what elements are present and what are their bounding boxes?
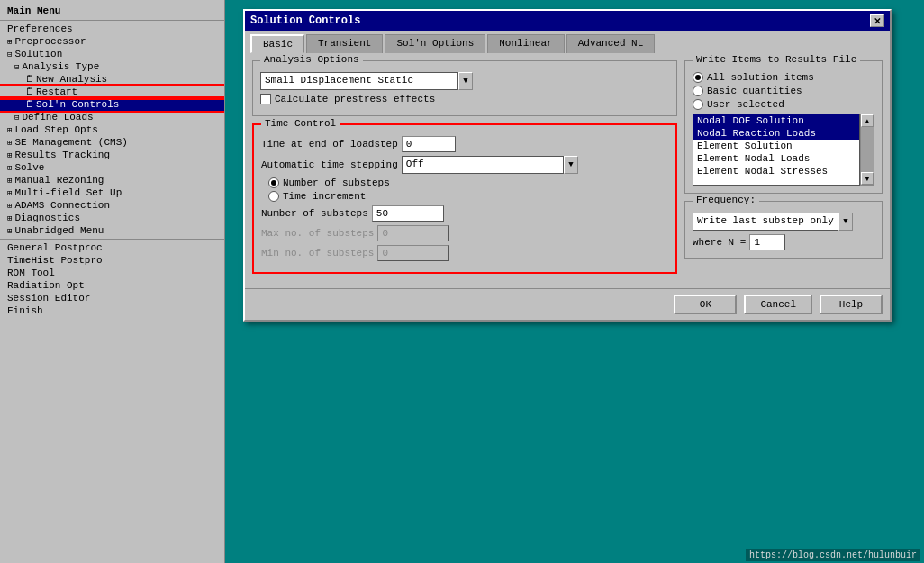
tab-transient[interactable]: Transient [306,34,383,53]
sidebar-item-analysis-type[interactable]: ⊟ Analysis Type [0,60,224,73]
sidebar-item-restart[interactable]: 🗒 Restart [0,86,224,98]
help-button[interactable]: Help [820,295,883,314]
scroll-down-button[interactable]: ▼ [861,172,874,185]
main-content: Main Menu Preferences ⊞ Preprocessor ⊟ S… [0,0,924,563]
sidebar-item-timehist-postpro[interactable]: TimeHist Postpro [0,254,224,267]
radio-all-row[interactable]: All solution items [693,72,874,83]
sidebar-sep-1 [0,20,224,21]
prestress-checkbox[interactable] [260,94,271,104]
radio-substeps-label: Number of substeps [283,177,390,188]
radio-basic-row[interactable]: Basic quantities [693,86,874,96]
load-step-label: Load Step Opts [14,124,97,135]
auto-stepping-dropdown[interactable]: Off [402,156,564,174]
soln-controls-label: Sol'n Controls [36,99,119,110]
results-tracking-label: Results Tracking [14,150,110,160]
adams-label: ADAMS Connection [14,200,110,211]
list-item-element-nodal-loads[interactable]: Element Nodal Loads [693,152,859,165]
analysis-dropdown-arrow[interactable]: ▼ [458,72,473,90]
sidebar-item-multi-field[interactable]: ⊞ Multi-field Set Up [0,186,224,199]
num-substeps-input[interactable] [372,205,444,222]
min-substeps-label: Min no. of substeps [261,248,374,259]
write-items-group: Write Items to Results File All solution… [684,60,883,194]
sidebar-item-manual-rezoning[interactable]: ⊞ Manual Rezoning [0,174,224,186]
analysis-options-content: Small Displacement Static ▼ Calculate pr… [260,72,669,104]
prestress-checkbox-row: Calculate prestress effects [260,94,669,104]
frequency-dropdown[interactable]: Write last substep only [693,213,838,231]
solution-label: Solution [14,49,62,59]
where-n-input[interactable] [749,234,785,250]
radio-basic-label: Basic quantities [707,86,802,96]
time-control-content: Time at end of loadstep Automatic time s… [261,136,668,261]
dialog-close-button[interactable]: ✕ [870,14,884,27]
sidebar-item-adams[interactable]: ⊞ ADAMS Connection [0,199,224,212]
where-n-label: where N = [693,237,746,248]
write-items-title: Write Items to Results File [693,54,860,65]
scroll-up-button[interactable]: ▲ [861,114,874,127]
left-panel: Analysis Options Small Displacement Stat… [252,60,677,281]
sidebar-item-radiation-opt[interactable]: Radiation Opt [0,279,224,292]
restart-icon: 🗒 [25,86,34,97]
tab-soln-options[interactable]: Sol'n Options [385,34,485,53]
radio-increment[interactable] [268,191,279,202]
time-control-title: Time Control [261,118,340,129]
sidebar-item-solve[interactable]: ⊞ Solve [0,161,224,174]
solution-expand-icon: ⊟ [7,50,12,59]
multi-field-label: Multi-field Set Up [14,187,122,198]
sidebar-item-solution[interactable]: ⊟ Solution [0,48,224,60]
analysis-options-group: Analysis Options Small Displacement Stat… [252,60,677,116]
sidebar-item-unabridged[interactable]: ⊞ Unabridged Menu [0,224,224,237]
sidebar-item-new-analysis[interactable]: 🗒 New Analysis [0,73,224,86]
sidebar-item-define-loads[interactable]: ⊟ Define Loads [0,111,224,123]
app-window: Main Menu Preferences ⊞ Preprocessor ⊟ S… [0,0,924,563]
sidebar-item-soln-controls[interactable]: 🗒 Sol'n Controls [0,98,224,111]
radio-basic[interactable] [693,86,703,96]
sidebar-item-preprocessor[interactable]: ⊞ Preprocessor [0,35,224,48]
analysis-dropdown-container: Small Displacement Static ▼ [260,72,473,90]
min-substeps-input [377,245,449,261]
radio-user[interactable] [693,99,703,110]
sidebar-item-results-tracking[interactable]: ⊞ Results Tracking [0,149,224,161]
list-item-nodal-reaction[interactable]: Nodal Reaction Loads [693,127,859,140]
list-item-element-nodal-stresses[interactable]: Element Nodal Stresses [693,165,859,177]
tab-basic[interactable]: Basic [250,34,304,53]
radio-all[interactable] [693,72,703,83]
sidebar-item-preferences[interactable]: Preferences [0,23,224,35]
tab-advanced-nl[interactable]: Advanced NL [566,34,656,53]
sidebar-item-diagnostics[interactable]: ⊞ Diagnostics [0,212,224,224]
ok-button[interactable]: OK [674,295,737,314]
radio-user-row[interactable]: User selected [693,99,874,110]
time-end-row: Time at end of loadstep [261,136,668,152]
prestress-label: Calculate prestress effects [275,94,435,104]
results-list-scrollbar[interactable]: ▲ ▼ [860,114,874,186]
auto-stepping-dropdown-container: Off ▼ [402,156,578,174]
results-list-container: Nodal DOF Solution Nodal Reaction Loads … [693,114,874,186]
radio-all-label: All solution items [707,72,814,83]
radio-increment-row[interactable]: Time increment [268,191,668,202]
restart-label: Restart [36,86,77,97]
frequency-dropdown-arrow[interactable]: ▼ [838,213,853,231]
sidebar-item-finish[interactable]: Finish [0,304,224,317]
solution-controls-dialog: Solution Controls ✕ Basic Transient Sol'… [243,9,892,322]
auto-stepping-arrow[interactable]: ▼ [564,156,578,174]
scroll-track [861,127,874,172]
sidebar-item-se-management[interactable]: ⊞ SE Management (CMS) [0,136,224,149]
load-step-icon: ⊞ [7,125,12,135]
radio-substeps-row[interactable]: Number of substeps [268,177,668,188]
analysis-dropdown-field[interactable]: Small Displacement Static [260,72,458,90]
list-item-nodal-dof[interactable]: Nodal DOF Solution [693,114,859,127]
sidebar-item-general-postproc[interactable]: General Postproc [0,241,224,254]
tab-nonlinear[interactable]: Nonlinear [487,34,564,53]
sidebar-item-load-step-opts[interactable]: ⊞ Load Step Opts [0,123,224,136]
diagnostics-icon: ⊞ [7,213,12,223]
list-item-element-solution[interactable]: Element Solution [693,140,859,152]
manual-rezoning-label: Manual Rezoning [14,175,104,186]
time-end-input[interactable] [402,136,456,152]
sidebar-item-rom-tool[interactable]: ROM Tool [0,267,224,279]
frequency-dropdown-container: Write last substep only ▼ [693,213,874,231]
analysis-type-label: Analysis Type [22,61,99,72]
cancel-button[interactable]: Cancel [744,295,812,314]
solve-label: Solve [14,162,44,173]
sidebar-item-session-editor[interactable]: Session Editor [0,292,224,304]
radio-substeps[interactable] [268,177,279,188]
analysis-dropdown-row: Small Displacement Static ▼ [260,72,669,90]
